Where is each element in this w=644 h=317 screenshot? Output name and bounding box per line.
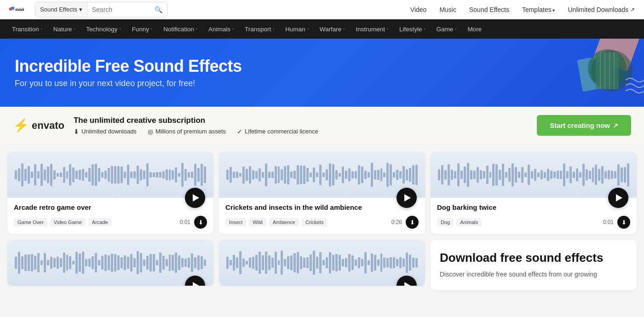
search-icon[interactable]: 🔍 (155, 6, 162, 13)
cat-transport[interactable]: Transport › (239, 19, 280, 39)
cat-funny[interactable]: Funny › (126, 19, 158, 39)
cat-technology[interactable]: Technology › (80, 19, 126, 39)
download-button-dog[interactable]: ⬇ (617, 216, 630, 229)
waveform-bar (329, 252, 331, 273)
bottom-waveform-bars-1 (15, 249, 206, 277)
waveform-bar (255, 255, 258, 271)
duration-download-arcade: 0:01 ⬇ (180, 216, 207, 229)
nav-sound-effects[interactable]: Sound Effects (469, 6, 509, 13)
waveform-bar (281, 251, 283, 274)
download-button-arcade[interactable]: ⬇ (194, 216, 207, 229)
tag-insect[interactable]: Insect (225, 218, 246, 226)
cat-instrument[interactable]: Instrument › (350, 19, 394, 39)
nav-templates[interactable]: Templates (522, 6, 555, 13)
waveform-bar (40, 260, 43, 265)
waveform-bar (82, 169, 84, 180)
cat-instrument-label: Instrument (356, 26, 385, 33)
chevron-icon: › (387, 27, 388, 31)
waveform-bar (146, 256, 149, 270)
waveform-bar (345, 258, 347, 267)
tag-animals[interactable]: Animals (456, 218, 482, 226)
cat-human[interactable]: Human › (280, 19, 314, 39)
waveform-bar (79, 254, 81, 272)
waveform-bar (239, 173, 242, 177)
waveform-bar (495, 164, 498, 185)
waveform-arcade (7, 152, 213, 198)
nav-music[interactable]: Music (439, 6, 456, 13)
waveform-bar (153, 254, 155, 271)
play-button-arcade[interactable] (185, 188, 205, 208)
play-button-bottom-2[interactable] (397, 276, 417, 286)
waveform-bar (361, 259, 363, 266)
waveform-bar (50, 164, 52, 186)
waveform-bar (275, 166, 277, 183)
waveform-bar (402, 259, 405, 267)
waveform-bar (24, 254, 27, 271)
cat-transition[interactable]: Transition › (6, 19, 48, 39)
envato-tagline: The unlimited creative subscription (74, 116, 528, 125)
envato-description: The unlimited creative subscription ⬇ Un… (74, 116, 528, 135)
logo[interactable]: mixkit (9, 3, 24, 16)
cat-nature[interactable]: Nature › (48, 19, 81, 39)
waveform-bars (15, 161, 206, 189)
waveform-bar (332, 164, 334, 185)
waveform-bar (377, 259, 380, 265)
nav-video[interactable]: Video (410, 6, 427, 13)
duration-dog: 0:01 (603, 219, 614, 225)
hero-visual (515, 39, 644, 107)
cat-game[interactable]: Game › (431, 19, 462, 39)
waveform-bar (101, 256, 104, 270)
waveform-bar (259, 168, 261, 181)
nav-unlimited-downloads[interactable]: Unlimited Downloads (568, 6, 635, 13)
waveform-bar (451, 170, 453, 180)
tag-ambience[interactable]: Ambience (269, 218, 299, 226)
cat-animals[interactable]: Animals › (203, 19, 239, 39)
waveform-bar (383, 173, 385, 177)
cat-more[interactable]: More (462, 19, 487, 39)
waveform-bar (348, 254, 351, 271)
cat-warfare[interactable]: Warfare › (314, 19, 351, 39)
envato-bolt-icon: ⚡ (13, 118, 29, 133)
tag-wild[interactable]: Wild (249, 218, 266, 226)
waveform-bar (508, 168, 511, 181)
tag-arcade[interactable]: Arcade (88, 218, 112, 226)
chevron-icon: › (307, 27, 309, 31)
tag-game-over[interactable]: Game Over (14, 218, 47, 226)
envato-name: envato (32, 120, 64, 132)
waveform-bar (322, 260, 325, 265)
waveform-bar (34, 164, 36, 186)
search-input[interactable] (92, 6, 152, 13)
tag-crickets[interactable]: Crickets (302, 218, 328, 226)
waveform-bar (40, 164, 43, 185)
bottom-waveform-bars-2 (226, 249, 418, 277)
waveform-bar (576, 168, 578, 181)
waveform-bar (313, 167, 315, 183)
waveform-bar (621, 167, 623, 182)
search-category-dropdown[interactable]: Sound Effects ▾ (35, 2, 87, 17)
waveform-bar (50, 257, 52, 269)
waveform-bar (281, 169, 283, 181)
waveform-bar (402, 166, 405, 183)
waveform-bar (601, 166, 604, 184)
play-button-bottom-1[interactable] (185, 276, 205, 286)
cat-lifestyle[interactable]: Lifestyle › (394, 19, 431, 39)
waveform-bar (262, 255, 264, 271)
waveform-bar (335, 254, 338, 271)
start-creating-button[interactable]: Start creating now (537, 115, 631, 136)
waveform-bar (515, 167, 517, 183)
waveform-bar (345, 171, 347, 179)
play-button-dog[interactable] (608, 188, 628, 208)
tag-dog[interactable]: Dog (437, 218, 454, 226)
waveform-bar (521, 167, 523, 183)
waveform-bar (44, 169, 46, 181)
waveform-bar (24, 169, 27, 181)
waveform-bar (172, 170, 174, 179)
cat-notification[interactable]: Notification › (158, 19, 203, 39)
waveform-bar (332, 255, 334, 271)
tag-video-game[interactable]: Video Game (50, 218, 86, 226)
waveform-bar (133, 258, 136, 267)
download-button-crickets[interactable]: ⬇ (406, 216, 419, 229)
play-button-crickets[interactable] (397, 188, 417, 208)
svg-rect-1 (11, 6, 14, 10)
chevron-icon: › (424, 27, 426, 31)
